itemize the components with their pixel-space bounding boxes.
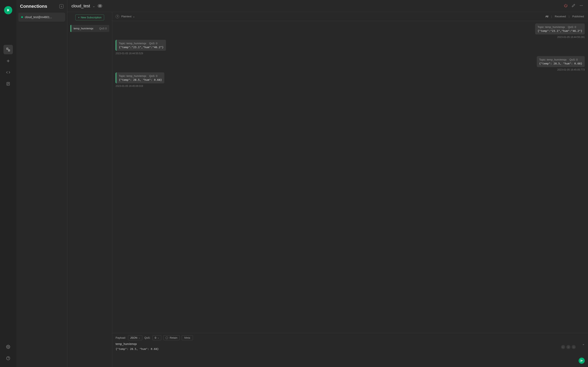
message-qos: QoS: 0 xyxy=(149,42,157,45)
qos-select[interactable]: 0 xyxy=(153,335,161,340)
svg-rect-0 xyxy=(7,48,8,50)
history-prev-icon[interactable]: ← xyxy=(561,345,565,349)
connection-name: cloud_test@m4801... xyxy=(25,16,52,19)
send-button[interactable] xyxy=(579,358,585,364)
page-title: cloud_test xyxy=(71,4,90,8)
message-sent: Topic: temp_hum/emqxQoS: 0{"temp":"23.1"… xyxy=(535,24,585,39)
edit-icon[interactable] xyxy=(571,3,576,9)
app-logo xyxy=(4,6,12,14)
subscription-item[interactable]: temp_hum/emqx QoS 0 xyxy=(70,25,109,32)
message-topic: Topic: temp_hum/emqx xyxy=(539,58,567,61)
history-next-icon[interactable]: → xyxy=(572,345,576,349)
history-clear-icon[interactable]: − xyxy=(566,345,571,349)
nav-connections-icon[interactable] xyxy=(3,45,13,54)
svg-point-5 xyxy=(580,5,580,6)
message-pane: ? Plaintext ⌄ All | Received | Published… xyxy=(112,12,588,367)
message-recv: Topic: temp_hum/emqxQoS: 0{"temp":"23.1"… xyxy=(116,40,166,55)
message-topic: Topic: temp_hum/emqx xyxy=(119,42,146,45)
message-topic: Topic: temp_hum/emqx xyxy=(537,25,565,29)
message-topic: Topic: temp_hum/emqx xyxy=(119,75,146,77)
message-payload: {"temp":"23.1","hum":"46.2"} xyxy=(119,46,164,49)
plus-icon: + xyxy=(78,16,80,19)
subscription-topic: temp_hum/emqx xyxy=(74,27,94,30)
connection-item[interactable]: cloud_test@m4801... xyxy=(18,13,65,22)
format-select[interactable]: Plaintext ⌄ xyxy=(121,15,135,18)
message-timestamp: 2023-01-05 16:45:06:019 xyxy=(116,85,164,87)
meta-button[interactable]: Meta xyxy=(182,335,193,340)
format-label: Plaintext xyxy=(121,15,131,18)
payload-format-select[interactable]: JSON xyxy=(128,335,143,340)
retain-label: Retain xyxy=(170,336,177,339)
add-connection-button[interactable]: + xyxy=(60,4,63,8)
payload-input[interactable] xyxy=(116,347,585,364)
message-timestamp: 2023-01-05 16:44:55:281 xyxy=(557,36,585,39)
new-subscription-label: New Subscription xyxy=(81,16,102,19)
message-sent: Topic: temp_hum/emqxQoS: 0{"temp": 28.5,… xyxy=(537,56,585,71)
message-payload: {"temp":"23.1","hum":"46.2"} xyxy=(537,29,582,33)
status-dot-icon xyxy=(21,16,23,18)
topic-input[interactable] xyxy=(116,342,582,346)
subscriptions-panel: + New Subscription temp_hum/emqx QoS 0 xyxy=(67,12,112,367)
tab-all[interactable]: All xyxy=(545,15,549,18)
message-timestamp: 2023-01-05 16:45:05:773 xyxy=(557,68,585,71)
tab-received[interactable]: Received xyxy=(554,15,567,18)
collapse-icon[interactable]: ⌄ xyxy=(582,342,585,346)
retain-toggle[interactable]: Retain xyxy=(163,335,180,340)
message-list[interactable]: Topic: temp_hum/emqxQoS: 0{"temp":"23.1"… xyxy=(112,21,588,333)
message-recv: Topic: temp_hum/emqxQoS: 0{"temp": 28.5,… xyxy=(116,72,164,87)
message-qos: QoS: 0 xyxy=(149,75,157,77)
help-icon[interactable]: ? xyxy=(116,15,119,18)
toggle-icon xyxy=(165,337,168,339)
nav-rail xyxy=(0,0,16,367)
svg-point-7 xyxy=(582,5,583,6)
nav-settings-icon[interactable] xyxy=(3,342,13,351)
disconnect-icon[interactable] xyxy=(563,3,568,9)
nav-help-icon[interactable] xyxy=(3,354,13,363)
message-count-badge: 4 xyxy=(98,4,102,8)
new-subscription-button[interactable]: + New Subscription xyxy=(75,15,104,20)
composer: Payload: JSON QoS: 0 Retain Meta ⌄ ← xyxy=(112,333,588,367)
nav-new-icon[interactable] xyxy=(3,56,13,66)
message-qos: QoS: 0 xyxy=(570,58,578,61)
message-payload: {"temp": 28.5, "hum": 0.68} xyxy=(119,78,162,81)
qos-label: QoS: xyxy=(144,336,150,339)
connections-title: Connections xyxy=(20,4,47,9)
topbar: cloud_test ⌄ 4 xyxy=(67,0,588,12)
message-toolbar: ? Plaintext ⌄ All | Received | Published xyxy=(112,12,588,21)
message-timestamp: 2023-01-05 16:44:55:529 xyxy=(116,52,166,55)
chevron-down-icon: ⌄ xyxy=(133,15,135,18)
title-chevron-icon[interactable]: ⌄ xyxy=(93,4,95,8)
message-payload: {"temp": 28.5, "hum": 0.68} xyxy=(539,62,582,65)
message-qos: QoS: 0 xyxy=(568,25,576,29)
nav-scripts-icon[interactable] xyxy=(3,68,13,77)
payload-label: Payload: xyxy=(116,336,126,339)
tab-published[interactable]: Published xyxy=(571,15,585,18)
svg-rect-1 xyxy=(8,50,10,51)
nav-log-icon[interactable] xyxy=(3,79,13,89)
subscription-qos: QoS 0 xyxy=(99,27,107,30)
more-icon[interactable] xyxy=(579,3,584,9)
main-area: cloud_test ⌄ 4 + New Subscription temp_h… xyxy=(67,0,588,367)
connections-panel: Connections + cloud_test@m4801... xyxy=(16,0,67,367)
svg-point-6 xyxy=(581,5,582,6)
svg-point-3 xyxy=(8,346,9,347)
